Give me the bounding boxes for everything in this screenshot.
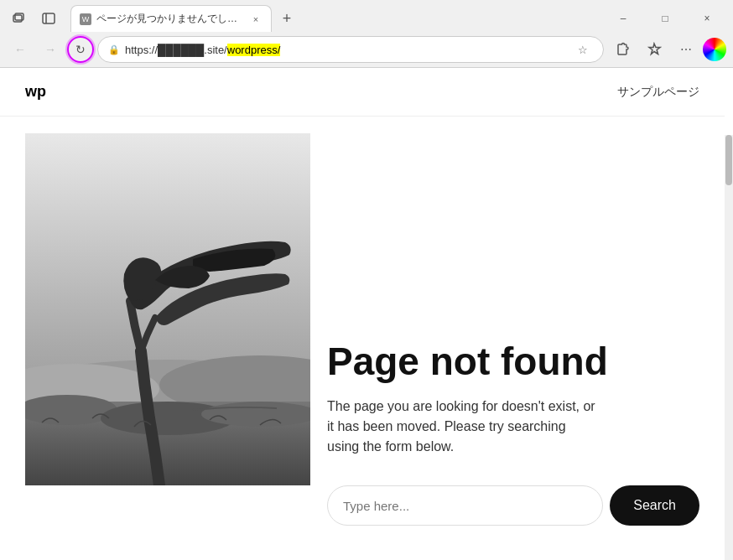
search-input[interactable] [327, 485, 603, 526]
text-section: Page not found The page you are looking … [302, 117, 725, 559]
toolbar-right: ⋯ [607, 36, 726, 63]
more-btn[interactable]: ⋯ [671, 36, 701, 63]
nav-sample-page-link[interactable]: サンプルページ [617, 85, 699, 98]
content-wrapper: wp サンプルページ [0, 68, 733, 560]
image-section [0, 117, 302, 559]
active-tab[interactable]: W ページが見つかりませんでした – wp × [70, 5, 272, 32]
url-bar[interactable]: 🔒 https://██████.site/wordpress/ ☆ [97, 36, 604, 63]
url-text: https://██████.site/wordpress/ [125, 44, 568, 56]
close-window-btn[interactable]: × [688, 5, 726, 32]
site-header: wp サンプルページ [0, 68, 725, 117]
sidebar-toggle-btn[interactable] [37, 7, 60, 30]
tab-stack-btn[interactable] [7, 7, 30, 30]
minimize-btn[interactable]: – [604, 5, 642, 32]
address-bar: ← → ↻ 🔒 https://██████.site/wordpress/ ☆ [0, 32, 733, 67]
new-tab-btn[interactable]: + [275, 7, 299, 30]
arc-profile-btn[interactable] [703, 38, 726, 61]
tree-image [25, 133, 310, 485]
url-path-highlighted: wordpress/ [227, 44, 281, 56]
tab-close-btn[interactable]: × [249, 13, 263, 26]
forward-btn[interactable]: → [37, 36, 64, 63]
back-btn[interactable]: ← [7, 36, 34, 63]
scrollbar[interactable] [725, 135, 733, 560]
main-layout: Page not found The page you are looking … [0, 117, 725, 559]
site-logo: wp [25, 83, 46, 101]
maximize-btn[interactable]: □ [646, 5, 684, 32]
scrollbar-thumb[interactable] [725, 135, 732, 185]
lock-icon: 🔒 [108, 44, 120, 55]
url-protocol: https://██████.site/ [125, 44, 227, 56]
reload-btn[interactable]: ↻ [67, 36, 94, 63]
site-nav: サンプルページ [617, 85, 699, 100]
not-found-title: Page not found [327, 340, 699, 383]
tab-left-controls [7, 7, 60, 30]
svg-rect-2 [43, 13, 55, 23]
search-form: Search [327, 485, 699, 526]
tab-favicon-icon: W [80, 13, 91, 25]
page-content: wp サンプルページ [0, 68, 725, 560]
browser-window: W ページが見つかりませんでした – wp × + – □ × ← → ↻ 🔒 [0, 0, 733, 560]
window-controls: – □ × [604, 5, 726, 32]
extensions-btn[interactable] [607, 36, 637, 63]
not-found-description: The page you are looking for doesn't exi… [327, 397, 595, 457]
tab-title: ページが見つかりませんでした – wp [96, 12, 244, 26]
favorites-btn[interactable] [639, 36, 669, 63]
title-bar: W ページが見つかりませんでした – wp × + – □ × [0, 0, 733, 32]
search-button[interactable]: Search [610, 485, 699, 526]
browser-chrome: W ページが見つかりませんでした – wp × + – □ × ← → ↻ 🔒 [0, 0, 733, 68]
favorite-btn[interactable]: ☆ [573, 39, 593, 60]
